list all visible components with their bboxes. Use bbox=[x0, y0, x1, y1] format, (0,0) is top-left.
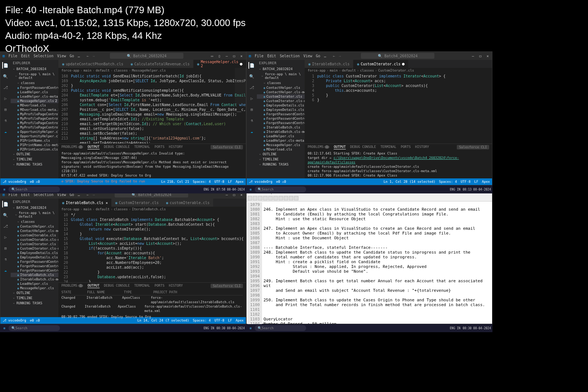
file-item[interactable]: ◉ContactHelper.cls-meta… bbox=[11, 229, 58, 233]
file-item[interactable]: ◉IterableBatch.cls-meta.x… bbox=[257, 130, 305, 134]
file-item[interactable]: ◉EmployeeDetails.cls-me… bbox=[257, 108, 305, 112]
test-icon[interactable]: ⚗ bbox=[2, 256, 9, 262]
salesforce-icon[interactable]: ☁ bbox=[2, 267, 9, 273]
breadcrumb[interactable]: force-app›main›default›classes›CustomIte… bbox=[305, 68, 492, 73]
editor-tab[interactable]: ◉ updateContactPhonBatch.cls bbox=[58, 60, 127, 68]
file-item[interactable]: ◉MOverload.cls bbox=[257, 147, 305, 152]
file-item[interactable]: ◉ContactHelper.cls bbox=[11, 224, 58, 229]
np-tool-icon[interactable] bbox=[268, 196, 273, 200]
eol-status[interactable]: LF bbox=[228, 319, 232, 322]
menu-go[interactable]: Go bbox=[316, 54, 320, 58]
lang-indicator[interactable]: ENG IN bbox=[204, 188, 214, 191]
ports-tab[interactable]: PORTS bbox=[155, 145, 165, 149]
file-item[interactable]: ◉IterableBatch.cls bbox=[11, 273, 58, 277]
code-lines[interactable]: */Global class IterableBatch implements … bbox=[71, 213, 246, 282]
search-activity-icon[interactable]: 🔍 bbox=[2, 73, 9, 80]
debug-icon[interactable]: ▷ bbox=[2, 95, 9, 102]
editor-tab[interactable]: ◉ IterableBatch.cls ✕ bbox=[58, 199, 111, 207]
taskbar-search[interactable]: 🔍 Search bbox=[255, 186, 306, 192]
start-icon[interactable]: ⊞ bbox=[248, 186, 254, 192]
debug-icon[interactable]: ▷ bbox=[248, 95, 255, 102]
np-tool-icon[interactable] bbox=[258, 196, 262, 200]
errors-status[interactable]: ⊘0 ⚠0 bbox=[276, 180, 286, 184]
code-editor[interactable]: 101112131415161718192021222324 */Global … bbox=[58, 212, 246, 282]
minimap[interactable] bbox=[235, 73, 246, 105]
file-item[interactable]: ◉LeadHelper.cls-meta.xml bbox=[257, 138, 305, 143]
code-editor[interactable]: 123456 public class CustomIterator imple… bbox=[305, 73, 492, 144]
editor-tab[interactable]: ◉ CalculateTotalRevenue.cls bbox=[127, 60, 194, 68]
output-body[interactable]: 08:12:17.641 Starting SFDX: Create Apex … bbox=[305, 150, 492, 178]
clock[interactable]: 08:13 08-04-2024 bbox=[463, 188, 491, 191]
np-tool-icon[interactable] bbox=[284, 196, 288, 200]
editor-tab[interactable]: ◉ CustomIterator.cls bbox=[111, 199, 162, 207]
explorer-icon[interactable]: 📄 bbox=[248, 62, 255, 69]
outline-section[interactable]: OUTLINE bbox=[11, 290, 58, 295]
root-folder[interactable]: BATCH4_26032024 bbox=[11, 66, 58, 72]
force-app-folder[interactable]: force-app \ main \ default bbox=[11, 72, 58, 80]
taskbar-search[interactable]: 🔍 Search bbox=[8, 186, 60, 192]
editor-tab[interactable]: ◉ MessageHelper.cls 2 ● bbox=[193, 60, 246, 68]
file-item[interactable]: ◉customIterable.cls-met… bbox=[11, 237, 58, 242]
start-icon[interactable]: ⊞ bbox=[248, 325, 254, 331]
problems-tab[interactable]: PROBLEMS1 bbox=[61, 284, 83, 288]
np-editor[interactable]: 1079108010811082108310841085108610871088… bbox=[247, 202, 492, 332]
np-tool-icon[interactable] bbox=[294, 196, 298, 200]
menu-selection[interactable]: Selection bbox=[280, 54, 300, 58]
menu-view[interactable]: View bbox=[303, 54, 312, 58]
file-item[interactable]: ◉MOverload.cls bbox=[11, 103, 58, 108]
salesforce-icon[interactable]: ☁ bbox=[248, 128, 255, 135]
cursor-pos[interactable]: Ln 14, Col 24 (7 selected) bbox=[137, 319, 189, 322]
output-tab[interactable]: OUTPUT bbox=[87, 284, 100, 288]
encoding-status[interactable]: UTF-8 bbox=[460, 180, 470, 184]
encoding-status[interactable]: UTF-8 bbox=[214, 319, 224, 322]
file-item[interactable]: ◉IterableBatch.cls bbox=[257, 125, 305, 130]
file-item[interactable]: ◉CustomIterator.cls bbox=[11, 242, 58, 246]
start-icon[interactable]: ⊞ bbox=[1, 325, 7, 331]
clock[interactable]: 08:30 08-04-2024 bbox=[216, 327, 245, 330]
file-item[interactable]: ◉EmployeeDetails.cls bbox=[257, 103, 305, 108]
code-lines[interactable]: public class CustomIterator implements I… bbox=[317, 74, 492, 144]
force-app-folder[interactable]: force-app \ main \ default bbox=[257, 72, 305, 80]
scm-icon[interactable]: ⎇ bbox=[2, 223, 9, 229]
file-item[interactable]: ◉MessageHelper.cls2 bbox=[11, 99, 58, 103]
file-item[interactable]: ◉MessageHelper.cls bbox=[257, 143, 305, 147]
np-tool-icon[interactable] bbox=[253, 196, 257, 200]
cursor-pos[interactable]: Ln 1, Col 28 (14 selected) bbox=[384, 180, 435, 184]
search-activity-icon[interactable]: 🔍 bbox=[2, 212, 9, 218]
branch-status[interactable]: ⎇ vscodeOrg bbox=[3, 319, 26, 322]
terminal-tab[interactable]: TERMINAL bbox=[134, 284, 150, 288]
explorer-icon[interactable]: 📄 bbox=[2, 201, 9, 207]
editor-tab[interactable]: ◉ customIterable.cls bbox=[162, 199, 213, 207]
start-icon[interactable]: ⊞ bbox=[1, 186, 7, 192]
force-app-folder[interactable]: force-app \ main \ default bbox=[11, 210, 58, 219]
extensions-icon[interactable]: ⊞ bbox=[2, 245, 9, 251]
file-item[interactable]: ◉LeadHelper.cls bbox=[257, 134, 305, 138]
output-body[interactable]: STATEFULL NAMETYPEPROJECT PATHChangedIte… bbox=[58, 289, 246, 320]
file-item[interactable]: ◉ForgotPasswordControll… bbox=[257, 112, 305, 116]
file-item[interactable]: ◉ForgotPasswordControll… bbox=[11, 86, 58, 90]
spaces-status[interactable]: Spaces: 4 bbox=[439, 180, 457, 184]
timeline-section[interactable]: TIMELINE bbox=[11, 157, 58, 162]
eol-status[interactable]: LF bbox=[474, 180, 478, 184]
errors-status[interactable]: ⊘0 ⚠0 bbox=[30, 319, 40, 322]
file-item[interactable]: ◉ForgotPasswordControll… bbox=[11, 259, 58, 264]
debug-console-tab[interactable]: DEBUG CONSOLE bbox=[350, 145, 376, 149]
output-tab[interactable]: OUTPUT bbox=[87, 145, 100, 149]
output-tab[interactable]: OUTPUT bbox=[334, 145, 346, 149]
clock[interactable]: 08:30 08-04-2024 bbox=[463, 327, 491, 330]
file-item[interactable]: ◉customIterable.cls bbox=[11, 233, 58, 237]
lang-indicator[interactable]: ENG IN bbox=[450, 327, 460, 330]
file-item[interactable]: ◉ForgotPasswordControll… bbox=[11, 268, 58, 273]
lang-status[interactable]: Apex bbox=[236, 180, 244, 184]
np-tool-icon[interactable] bbox=[273, 196, 278, 200]
maximize-icon[interactable]: ◻ bbox=[478, 54, 483, 58]
np-tool-icon[interactable] bbox=[248, 196, 252, 200]
test-icon[interactable]: ⚗ bbox=[248, 117, 255, 124]
file-item[interactable]: ◉ForgotPasswordControll… bbox=[257, 116, 305, 121]
np-tool-icon[interactable] bbox=[279, 196, 283, 200]
file-item[interactable]: ◉ForgotPasswordControll… bbox=[257, 121, 305, 125]
extensions-icon[interactable]: ⊞ bbox=[2, 106, 9, 113]
file-item[interactable]: ◉OpportunityHelper.cls-… bbox=[11, 134, 58, 138]
classes-folder[interactable]: classes bbox=[11, 80, 58, 86]
timeline-section[interactable]: TIMELINE bbox=[11, 295, 58, 301]
